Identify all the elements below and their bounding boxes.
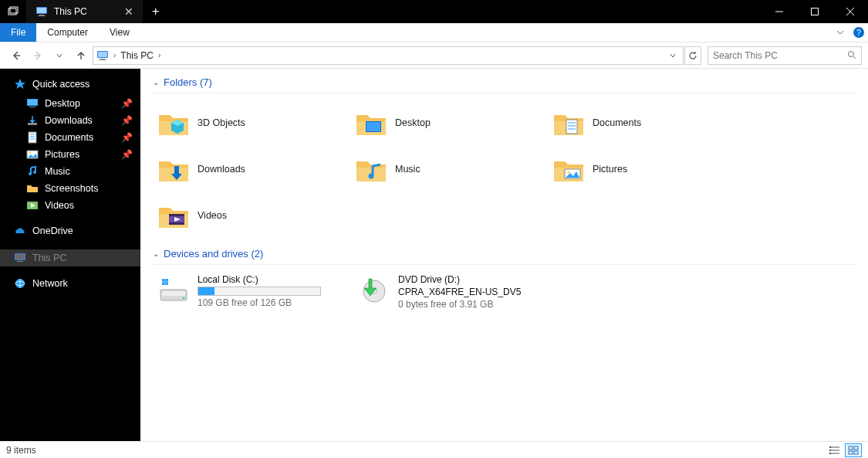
status-bar: 9 items [0,441,868,458]
view-details-button[interactable] [826,443,843,457]
folder-label: Documents [593,117,641,128]
arrow-left-icon [11,50,22,61]
nav-item-documents[interactable]: Documents 📌 [0,129,140,146]
svg-rect-4 [39,15,44,15]
nav-forward-button[interactable] [28,46,48,66]
chevron-down-icon [56,53,62,59]
nav-up-button[interactable] [71,46,91,66]
chevron-down-icon [836,29,844,36]
breadcrumb-chevron[interactable]: › [158,51,160,59]
section-header-drives[interactable]: ⌄ Devices and drives (2) [153,245,856,265]
svg-rect-70 [162,283,165,286]
nav-label: Network [32,278,68,289]
nav-item-pictures[interactable]: Pictures 📌 [0,146,140,163]
view-tiles-icon [848,446,859,455]
network-icon [14,277,26,290]
documents-icon [26,131,39,144]
folder-label: Music [395,164,420,175]
svg-rect-16 [99,59,106,60]
nav-item-label: Downloads [45,115,93,126]
search-box[interactable] [708,46,862,65]
breadcrumb-root-chevron[interactable]: › [113,51,116,59]
pictures-folder-icon [552,154,585,185]
window-minimize-button[interactable] [762,0,797,23]
svg-point-61 [183,297,185,300]
tabs-overview-button[interactable] [0,0,26,23]
ribbon-file-menu[interactable]: File [0,23,36,42]
nav-item-label: Screenshots [45,183,98,194]
section-drives: ⌄ Devices and drives (2) Local Disk (C:)… [153,245,856,311]
section-folders: ⌄ Folders (7) 3D Objects Desktop Documen… [153,73,856,237]
nav-item-music[interactable]: Music [0,163,140,180]
nav-onedrive[interactable]: OneDrive [0,222,140,242]
tab-close-button[interactable]: ✕ [124,5,133,18]
drive-local-disk-c[interactable]: Local Disk (C:) 109 GB free of 126 GB [153,273,346,311]
browser-tab-thispc[interactable]: This PC ✕ [26,0,143,23]
downloads-folder-icon [157,154,190,185]
nav-network[interactable]: Network [0,274,140,294]
ribbon-tab-view[interactable]: View [99,23,140,42]
drive-capacity-bar [198,287,321,296]
address-history-dropdown[interactable] [666,50,680,61]
nav-quick-access[interactable]: Quick access [0,75,140,95]
folder-videos[interactable]: Videos [153,194,346,237]
svg-point-53 [567,171,569,173]
nav-recent-dropdown[interactable] [49,46,69,66]
maximize-icon [811,8,819,15]
onedrive-icon [14,225,26,237]
svg-rect-45 [566,120,577,134]
nav-this-pc[interactable]: This PC [0,249,140,266]
drive-dvd-d[interactable]: DVD Drive (D:) CPRA_X64FRE_EN-US_DV5 0 b… [353,273,546,311]
nav-item-downloads[interactable]: Downloads 📌 [0,112,140,129]
dvd-icon [358,274,390,305]
svg-rect-78 [829,446,831,448]
breadcrumb-segment[interactable]: This PC [120,50,154,61]
videos-folder-icon [157,200,190,231]
search-icon [847,49,856,63]
section-header-folders[interactable]: ⌄ Folders (7) [153,73,856,93]
search-input[interactable] [713,50,847,61]
ribbon: File Computer View ? [0,23,868,42]
svg-line-18 [853,56,856,59]
pictures-icon [26,148,39,161]
arrow-up-icon [76,50,86,61]
hdd-icon [157,274,190,305]
view-large-icons-button[interactable] [845,443,862,457]
folder-documents[interactable]: Documents [548,101,741,144]
svg-rect-36 [15,254,25,260]
folder-label: Downloads [198,164,245,175]
drive-title: Local Disk (C:) [198,274,321,285]
window-maximize-button[interactable] [797,0,833,23]
svg-rect-80 [829,453,831,454]
folder-pictures[interactable]: Pictures [548,148,741,191]
nav-back-button[interactable] [6,46,26,66]
ribbon-expand-button[interactable] [831,23,849,42]
help-button[interactable]: ? [849,23,868,42]
svg-rect-69 [166,279,169,282]
svg-marker-24 [30,116,35,123]
desktop-icon [26,97,39,110]
folder-3d-objects[interactable]: 3D Objects [153,101,346,144]
breadcrumb[interactable]: › This PC › [93,46,684,65]
music-icon [26,165,39,178]
nav-label: OneDrive [32,226,73,236]
titlebar-drag-area[interactable] [169,0,762,23]
navigation-pane: Quick access Desktop 📌 Downloads 📌 Docum… [0,69,140,441]
window-close-button[interactable] [833,0,868,23]
svg-rect-60 [162,291,185,296]
nav-item-videos[interactable]: Videos [0,197,140,214]
tab-title: This PC [54,6,87,17]
refresh-button[interactable] [684,46,701,65]
nav-item-label: Documents [45,132,93,143]
star-icon [14,78,26,90]
folder-music[interactable]: Music [350,148,543,191]
new-tab-button[interactable]: + [143,0,169,23]
nav-item-desktop[interactable]: Desktop 📌 [0,95,140,112]
folder-desktop[interactable]: Desktop [350,101,543,144]
folders-grid: 3D Objects Desktop Documents Downloads M… [153,101,856,237]
ribbon-tab-computer[interactable]: Computer [36,23,99,42]
content-pane[interactable]: ⌄ Folders (7) 3D Objects Desktop Documen… [140,69,868,441]
nav-item-screenshots[interactable]: Screenshots [0,180,140,197]
folder-downloads[interactable]: Downloads [153,148,346,191]
svg-point-30 [29,152,31,154]
